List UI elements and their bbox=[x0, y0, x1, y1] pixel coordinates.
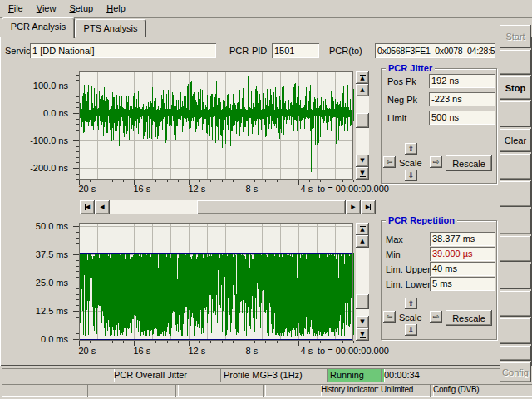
clear-button[interactable]: Clear bbox=[500, 129, 531, 152]
status-cell-measurement: PCR Overall Jitter bbox=[111, 368, 224, 382]
y-tick-label: 0.0 ns bbox=[15, 108, 68, 118]
rep-min-label: Min bbox=[386, 249, 401, 259]
menu-item-view[interactable]: View bbox=[30, 2, 63, 15]
tab-pcr-analysis-label: PCR Analysis bbox=[11, 18, 66, 32]
x-end-label: to = 00:00:00.000 bbox=[318, 184, 389, 194]
jitter-limit-label: Limit bbox=[387, 113, 406, 123]
x-tick-label: -12 s bbox=[177, 184, 214, 194]
spare-button bbox=[500, 236, 531, 262]
scroll-thumb[interactable] bbox=[356, 294, 369, 309]
rep-max-label: Max bbox=[386, 234, 403, 244]
scroll-down-button[interactable]: ▼ bbox=[356, 316, 369, 328]
repetition-vertical-scrollbar[interactable]: ▲ ▲ ▼ ▼ bbox=[356, 223, 369, 341]
scroll-to-start-button[interactable]: ◀ bbox=[80, 200, 95, 214]
menu-item-help[interactable]: Help bbox=[100, 2, 132, 15]
scroll-left-button[interactable]: ◀ bbox=[95, 200, 110, 214]
jitter-scale-left-button[interactable]: ⇦ bbox=[383, 156, 396, 168]
x-end-label: to = 00:00:00.000 bbox=[318, 346, 389, 356]
time-horizontal-scrollbar[interactable]: ◀ ◀ ▶ ▶ bbox=[80, 200, 376, 214]
jitter-rescale-button[interactable]: Rescale bbox=[446, 155, 492, 171]
pcr-to-label: PCR(to) bbox=[329, 46, 362, 56]
menu-item-setup[interactable]: Setup bbox=[62, 2, 100, 15]
scroll-track[interactable] bbox=[356, 96, 369, 155]
y-tick-label: -200.0 ns bbox=[15, 163, 68, 173]
status-cell-profile: Profile MGF3 (1Hz) bbox=[220, 368, 331, 382]
menu-bar: File View Setup Help bbox=[0, 0, 532, 17]
x-tick-label: -16 s bbox=[122, 346, 159, 356]
neg-pk-value: -223 ns bbox=[429, 92, 495, 106]
x-tick-label: -8 s bbox=[232, 184, 268, 194]
menu-item-file[interactable]: File bbox=[2, 2, 30, 15]
pcr-repetition-plot bbox=[71, 221, 356, 347]
scroll-thumb[interactable] bbox=[197, 200, 346, 214]
rep-lim-lower-value[interactable]: 5 ms bbox=[430, 277, 495, 291]
status-cell-running: Running bbox=[327, 368, 385, 382]
spare-button bbox=[500, 264, 531, 289]
tab-pts-analysis[interactable]: PTS Analysis bbox=[75, 19, 146, 37]
pcr-pid-field[interactable]: 1501 bbox=[272, 43, 319, 58]
spare-button bbox=[500, 346, 531, 361]
x-tick-label: -20 s bbox=[67, 184, 104, 194]
scroll-up-button[interactable]: ▲ bbox=[356, 84, 369, 96]
scroll-thumb[interactable] bbox=[356, 113, 369, 128]
rep-scale-label: Scale bbox=[399, 313, 422, 323]
tab-pcr-analysis[interactable]: PCR Analysis bbox=[2, 17, 75, 38]
status2-cell-empty bbox=[2, 384, 91, 397]
status2-cell-history: History Indicator: Unlimited bbox=[318, 384, 434, 397]
config-button[interactable]: Config bbox=[500, 362, 531, 382]
scroll-up-button[interactable]: ▲ bbox=[356, 235, 369, 248]
spare-button bbox=[500, 50, 531, 75]
status2-cell-empty bbox=[175, 384, 266, 397]
scroll-track[interactable] bbox=[356, 248, 369, 316]
status2-cell-empty bbox=[87, 384, 179, 397]
status2-cell-config: Config (DVB) bbox=[430, 384, 532, 397]
x-tick-label: -16 s bbox=[122, 184, 159, 194]
x-tick-label: -12 s bbox=[177, 346, 214, 356]
jitter-scale-up-button[interactable]: ⇧ bbox=[405, 143, 417, 155]
spare-button bbox=[500, 291, 531, 317]
spare-button bbox=[500, 154, 531, 180]
scroll-to-bottom-button[interactable]: ▼ bbox=[356, 167, 369, 180]
scroll-to-end-button[interactable]: ▶ bbox=[361, 200, 376, 214]
jitter-scale-right-button[interactable]: ⇨ bbox=[430, 156, 442, 168]
x-tick-label: -8 s bbox=[232, 346, 268, 356]
scroll-to-bottom-button[interactable]: ▼ bbox=[356, 328, 369, 341]
pos-pk-label: Pos Pk bbox=[387, 76, 416, 86]
start-button[interactable]: Start bbox=[500, 25, 531, 48]
jitter-vertical-scrollbar[interactable]: ▲ ▲ ▼ ▼ bbox=[356, 71, 369, 180]
pcr-jitter-plot bbox=[71, 70, 356, 186]
y-tick-label: -100.0 ns bbox=[15, 135, 68, 145]
rep-scale-up-button[interactable]: ⇧ bbox=[405, 298, 417, 309]
rep-scale-down-button[interactable]: ⇩ bbox=[405, 324, 417, 336]
rep-max-value: 38.377 ms bbox=[430, 232, 495, 246]
scroll-track[interactable] bbox=[110, 200, 346, 214]
y-tick-label: 50.0 ms bbox=[15, 221, 68, 231]
stop-button[interactable]: Stop bbox=[500, 76, 531, 100]
pcr-jitter-group-title: PCR Jitter bbox=[386, 63, 435, 73]
y-tick-label: 37.5 ms bbox=[15, 249, 68, 259]
rep-lim-upper-label: Lim. Upper bbox=[386, 264, 431, 274]
tab-pts-analysis-label: PTS Analysis bbox=[84, 20, 138, 33]
scroll-to-top-button[interactable]: ▲ bbox=[356, 71, 369, 84]
scroll-down-button[interactable]: ▼ bbox=[356, 155, 369, 167]
y-tick-label: 100.0 ns bbox=[15, 81, 68, 91]
pcr-repetition-group-title: PCR Repetition bbox=[386, 215, 457, 225]
rep-rescale-button[interactable]: Rescale bbox=[446, 310, 492, 326]
neg-pk-label: Neg Pk bbox=[387, 95, 417, 105]
rep-lim-upper-value[interactable]: 40 ms bbox=[430, 262, 495, 276]
jitter-scale-label: Scale bbox=[399, 158, 422, 168]
status-cell-elapsed-time: 00:00:34 bbox=[381, 368, 502, 382]
scroll-right-button[interactable]: ▶ bbox=[346, 200, 361, 214]
jitter-limit-value[interactable]: 500 ns bbox=[429, 111, 495, 125]
scroll-to-top-button[interactable]: ▲ bbox=[356, 223, 369, 235]
spare-button bbox=[500, 181, 531, 207]
y-tick-label: 12.5 ms bbox=[15, 306, 68, 316]
rep-scale-right-button[interactable]: ⇨ bbox=[430, 311, 442, 323]
service-field[interactable]: 1 [DD National] bbox=[30, 43, 216, 58]
y-tick-label: 25.0 ms bbox=[15, 278, 68, 288]
rep-min-value: 39.000 µs bbox=[430, 247, 495, 261]
y-tick-label: 0.0 ms bbox=[15, 334, 68, 344]
jitter-scale-down-button[interactable]: ⇩ bbox=[405, 170, 417, 181]
spare-button bbox=[500, 318, 531, 344]
rep-scale-left-button[interactable]: ⇦ bbox=[383, 311, 396, 323]
